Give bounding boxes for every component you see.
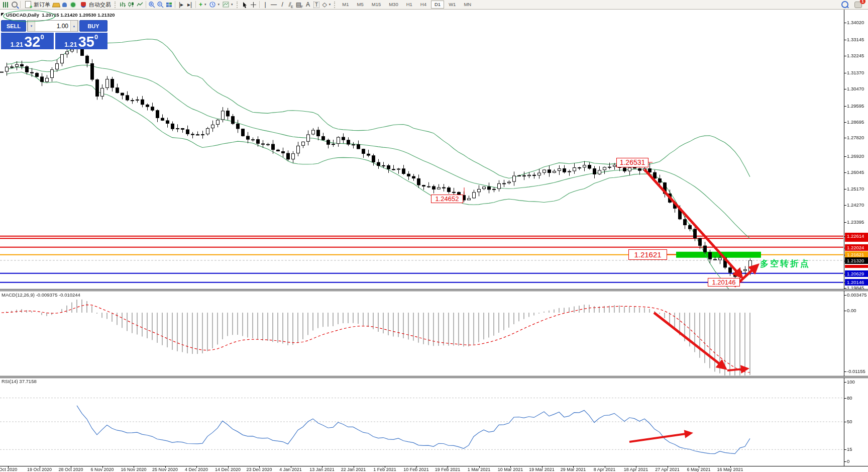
rsi-panel-separator[interactable] xyxy=(0,376,868,378)
fibonacci-icon[interactable]: ▤F xyxy=(295,1,304,9)
zoom-out-icon[interactable] xyxy=(156,1,165,9)
chart-shift-icon[interactable]: ▸| xyxy=(185,1,194,9)
tile-windows-icon[interactable] xyxy=(165,1,173,9)
candlestick-chart-icon[interactable] xyxy=(127,1,136,9)
buy-price-sup: 0 xyxy=(94,34,98,40)
buy-price-big: 35 xyxy=(78,36,94,48)
date-axis-border xyxy=(0,466,868,466)
buy-button[interactable]: BUY xyxy=(79,20,107,32)
new-order-icon xyxy=(24,1,32,9)
volume-stepper: ▾ ▴ xyxy=(27,20,78,32)
search-icon[interactable] xyxy=(840,1,849,9)
timeframe-MN[interactable]: MN xyxy=(460,1,475,9)
indicators-button[interactable]: +▾ xyxy=(197,1,208,9)
auto-trading-label: 自动交易 xyxy=(89,1,111,9)
horizontal-line-icon[interactable]: — xyxy=(270,1,278,9)
volume-input[interactable] xyxy=(35,21,70,31)
shapes-button[interactable]: ◇▾ xyxy=(321,1,333,9)
periods-button[interactable]: ▾ xyxy=(208,1,222,9)
one-click-trading-panel: SELL ▾ ▴ BUY 1.21320 1.21350 xyxy=(1,20,107,49)
signals-icon[interactable] xyxy=(69,1,77,9)
notifications-icon[interactable]: 1 xyxy=(854,1,862,9)
timeframe-group: M1M5M15M30H1H4D1W1MN xyxy=(338,1,475,9)
chart-profiles-icon[interactable] xyxy=(10,1,19,9)
auto-trading-icon xyxy=(79,1,87,9)
timeframe-M1[interactable]: M1 xyxy=(339,1,352,9)
label-tool-icon[interactable]: T xyxy=(312,1,321,9)
mt4-terminal-window: 新订单 自动交易 |▸ ▸| +▾ ▾ ▾ | xyxy=(0,0,868,472)
bar-chart-icon[interactable] xyxy=(119,1,127,9)
new-order-label: 新订单 xyxy=(34,1,50,9)
volume-increase-button[interactable]: ▴ xyxy=(70,21,78,31)
sell-button[interactable]: SELL xyxy=(1,20,26,32)
symbol-period: USDCAD,Daily xyxy=(6,12,39,18)
main-toolbar: 新订单 自动交易 |▸ ▸| +▾ ▾ ▾ | xyxy=(0,0,868,10)
notification-badge: 1 xyxy=(860,0,865,4)
equidistant-channel-icon[interactable]: ⫽E xyxy=(287,1,295,9)
buy-price-button[interactable]: 1.21350 xyxy=(55,33,108,49)
community-icon[interactable] xyxy=(60,1,69,9)
macd-panel-separator[interactable] xyxy=(0,289,868,291)
sell-price-prefix: 1.21 xyxy=(11,41,23,48)
market-gold-icon[interactable] xyxy=(52,1,60,9)
cursor-icon[interactable] xyxy=(241,1,249,9)
buy-price-prefix: 1.21 xyxy=(64,41,77,48)
timeframe-W1[interactable]: W1 xyxy=(445,1,459,9)
line-chart-icon[interactable] xyxy=(136,1,144,9)
window-icon: ◤ xyxy=(1,12,4,17)
text-tool-icon[interactable]: A xyxy=(304,1,312,9)
crosshair-icon[interactable] xyxy=(249,1,258,9)
auto-scroll-icon[interactable]: |▸ xyxy=(177,1,185,9)
zoom-in-icon[interactable] xyxy=(148,1,156,9)
price-axis-border xyxy=(844,10,844,466)
trendline-icon[interactable]: / xyxy=(278,1,287,9)
templates-button[interactable]: ▾ xyxy=(221,1,235,9)
chart-canvas[interactable] xyxy=(0,0,868,472)
new-order-button[interactable]: 新订单 xyxy=(22,1,52,9)
sell-price-sup: 0 xyxy=(40,34,44,40)
timeframe-H4[interactable]: H4 xyxy=(417,1,430,9)
chart-title: USDCAD,Daily 1.20715 1.21420 1.20530 1.2… xyxy=(6,12,115,18)
timeframe-M5[interactable]: M5 xyxy=(354,1,367,9)
template-icon xyxy=(223,2,229,8)
auto-trading-button[interactable]: 自动交易 xyxy=(77,1,113,9)
clock-icon xyxy=(209,2,216,8)
new-chart-icon[interactable] xyxy=(2,1,10,9)
sell-price-button[interactable]: 1.21320 xyxy=(1,33,54,49)
vertical-line-icon[interactable]: | xyxy=(261,1,270,9)
timeframe-M30[interactable]: M30 xyxy=(385,1,401,9)
timeframe-H1[interactable]: H1 xyxy=(403,1,416,9)
timeframe-D1[interactable]: D1 xyxy=(431,1,444,9)
ohlc-values: 1.20715 1.21420 1.20530 1.21320 xyxy=(42,12,115,18)
sell-price-big: 32 xyxy=(24,36,40,48)
timeframe-M15[interactable]: M15 xyxy=(368,1,384,9)
volume-decrease-button[interactable]: ▾ xyxy=(28,21,35,31)
